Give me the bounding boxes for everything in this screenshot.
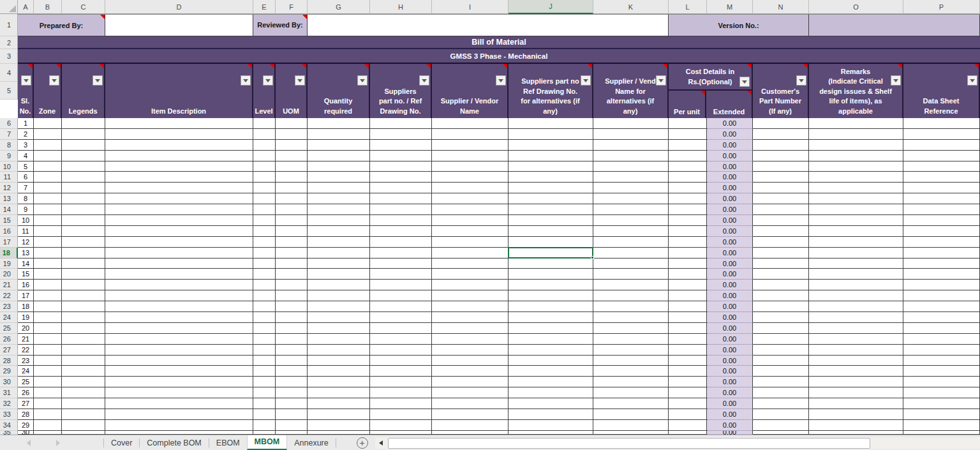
cell-P23[interactable] <box>903 301 980 312</box>
cell-M7[interactable]: 0.00 <box>707 129 753 140</box>
cell-L12[interactable] <box>669 183 707 193</box>
cell-O19[interactable] <box>809 259 903 269</box>
sheet-tab-ebom[interactable]: EBOM <box>209 435 247 450</box>
cell-H30[interactable] <box>370 377 432 387</box>
header-cell-K[interactable]: Supplier / VendName foralternatives (ifa… <box>593 64 669 118</box>
row-header-6[interactable]: 6 <box>0 118 18 129</box>
cell-K30[interactable] <box>593 377 669 387</box>
cell-N14[interactable] <box>753 204 809 215</box>
cell-O7[interactable] <box>809 129 903 140</box>
cell-N16[interactable] <box>753 226 809 237</box>
prepared-by-cell[interactable]: Prepared By: <box>18 14 105 36</box>
cell-P35[interactable] <box>903 431 980 435</box>
cell-L11[interactable] <box>669 172 707 183</box>
cell-D6[interactable] <box>105 118 253 129</box>
cell-P17[interactable] <box>903 237 980 248</box>
cell-I25[interactable] <box>432 323 509 334</box>
cell-H9[interactable] <box>370 151 432 161</box>
filter-dropdown-O[interactable] <box>891 75 901 86</box>
cell-K33[interactable] <box>593 409 669 420</box>
cell-L27[interactable] <box>669 345 707 356</box>
cell-O25[interactable] <box>809 323 903 334</box>
cell-E11[interactable] <box>253 172 276 183</box>
cell-I23[interactable] <box>432 301 509 312</box>
cell-A12[interactable]: 7 <box>18 183 34 193</box>
cell-O12[interactable] <box>809 183 903 193</box>
cell-A6[interactable]: 1 <box>18 118 34 129</box>
cell-C25[interactable] <box>62 323 105 334</box>
cell-P30[interactable] <box>903 377 980 387</box>
cell-E18[interactable] <box>253 248 276 259</box>
cell-G27[interactable] <box>308 345 370 356</box>
row-header-7[interactable]: 7 <box>0 129 18 140</box>
cell-P18[interactable] <box>903 248 980 259</box>
cell-B28[interactable] <box>34 356 62 366</box>
cell-H22[interactable] <box>370 290 432 301</box>
cell-N23[interactable] <box>753 301 809 312</box>
header-cell-G[interactable]: Quantityrequired <box>308 64 370 118</box>
cell-L6[interactable] <box>669 118 707 129</box>
cell-J32[interactable] <box>509 398 593 409</box>
cell-C12[interactable] <box>62 183 105 193</box>
row-header-14[interactable]: 14 <box>0 204 18 215</box>
cell-K17[interactable] <box>593 237 669 248</box>
cell-F25[interactable] <box>276 323 308 334</box>
cell-D20[interactable] <box>105 269 253 280</box>
cell-I17[interactable] <box>432 237 509 248</box>
cell-N31[interactable] <box>753 387 809 398</box>
cell-G22[interactable] <box>308 290 370 301</box>
cell-A13[interactable]: 8 <box>18 193 34 204</box>
cell-D7[interactable] <box>105 129 253 140</box>
row-header-31[interactable]: 31 <box>0 387 18 398</box>
cell-O9[interactable] <box>809 151 903 161</box>
cell-P21[interactable] <box>903 280 980 290</box>
cell-H26[interactable] <box>370 334 432 345</box>
cell-N13[interactable] <box>753 193 809 204</box>
cell-K32[interactable] <box>593 398 669 409</box>
cell-F16[interactable] <box>276 226 308 237</box>
cell-E32[interactable] <box>253 398 276 409</box>
cell-M15[interactable]: 0.00 <box>707 215 753 226</box>
reviewed-by-cell[interactable]: Reviewed By: <box>253 14 308 36</box>
cell-L32[interactable] <box>669 398 707 409</box>
cell-G17[interactable] <box>308 237 370 248</box>
column-header-G[interactable]: G <box>308 0 370 14</box>
filter-dropdown-A[interactable] <box>21 75 31 86</box>
reviewed-by-value-cell[interactable] <box>308 14 669 36</box>
cell-M17[interactable]: 0.00 <box>707 237 753 248</box>
sheet-tab-cover[interactable]: Cover <box>104 435 139 450</box>
cell-G10[interactable] <box>308 161 370 172</box>
cell-K8[interactable] <box>593 140 669 151</box>
cell-O27[interactable] <box>809 345 903 356</box>
cell-G11[interactable] <box>308 172 370 183</box>
cell-F19[interactable] <box>276 259 308 269</box>
cell-E29[interactable] <box>253 366 276 377</box>
cell-L34[interactable] <box>669 420 707 431</box>
row-header-33[interactable]: 33 <box>0 409 18 420</box>
cell-D34[interactable] <box>105 420 253 431</box>
cell-B6[interactable] <box>34 118 62 129</box>
cell-F27[interactable] <box>276 345 308 356</box>
header-cell-H[interactable]: Supplierspart no. / RefDrawing No. <box>370 64 432 118</box>
row-header-19[interactable]: 19 <box>0 259 18 269</box>
row-header-15[interactable]: 15 <box>0 215 18 226</box>
cell-E23[interactable] <box>253 301 276 312</box>
cell-K24[interactable] <box>593 312 669 323</box>
cell-N15[interactable] <box>753 215 809 226</box>
sheet-tab-complete-bom[interactable]: Complete BOM <box>140 435 208 450</box>
cell-I28[interactable] <box>432 356 509 366</box>
cell-G33[interactable] <box>308 409 370 420</box>
cell-P27[interactable] <box>903 345 980 356</box>
cell-A28[interactable]: 23 <box>18 356 34 366</box>
cell-I34[interactable] <box>432 420 509 431</box>
gmss-subtitle-cell[interactable]: GMSS 3 Phase - Mechanical <box>18 49 980 64</box>
cell-D16[interactable] <box>105 226 253 237</box>
cell-A27[interactable]: 22 <box>18 345 34 356</box>
cell-F13[interactable] <box>276 193 308 204</box>
column-header-M[interactable]: M <box>707 0 753 14</box>
cell-L17[interactable] <box>669 237 707 248</box>
row-header-11[interactable]: 11 <box>0 172 18 183</box>
cell-A16[interactable]: 11 <box>18 226 34 237</box>
cell-F33[interactable] <box>276 409 308 420</box>
cell-D8[interactable] <box>105 140 253 151</box>
